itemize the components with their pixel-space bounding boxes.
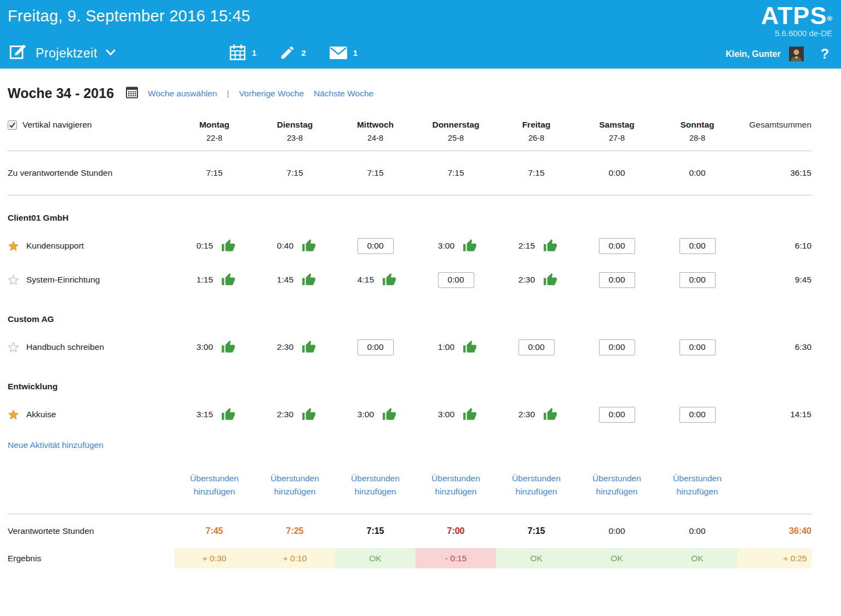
vertical-nav-checkbox[interactable] — [8, 120, 17, 130]
time-cell: 2:30 — [255, 407, 335, 422]
thumbs-up-icon[interactable] — [221, 273, 235, 287]
module-selector[interactable]: Projektzeit — [9, 43, 116, 64]
time-input[interactable] — [358, 339, 394, 355]
favorite-star-icon[interactable] — [8, 240, 19, 252]
time-value: 2:15 — [515, 241, 535, 251]
actual-value: 0:00 — [577, 526, 657, 536]
result-value: + 0:30 — [174, 548, 255, 568]
current-datetime: Freitag, 9. September 2016 15:45 — [8, 7, 250, 25]
time-value: 2:30 — [515, 410, 535, 419]
overtime-line1: Überstunden — [673, 474, 722, 483]
thumbs-up-icon[interactable] — [543, 407, 557, 422]
time-cell — [577, 339, 657, 355]
thumbs-up-icon[interactable] — [302, 273, 316, 287]
thumbs-up-icon[interactable] — [382, 407, 396, 422]
add-overtime-link[interactable]: Überstundenhinzufügen — [351, 472, 400, 498]
day-name: Samstag — [577, 120, 657, 130]
actual-total: 36:40 — [738, 526, 811, 536]
thumbs-up-icon[interactable] — [302, 239, 316, 253]
time-value: 3:00 — [193, 342, 213, 352]
add-overtime-link[interactable]: Überstundenhinzufügen — [673, 472, 722, 498]
vertical-nav-toggle: Vertikal navigieren — [8, 120, 174, 130]
time-input[interactable] — [599, 238, 635, 254]
time-cell — [335, 339, 416, 355]
pencil-icon — [279, 44, 296, 61]
overtime-cell: Überstundenhinzufügen — [174, 472, 255, 498]
thumbs-up-icon[interactable] — [463, 340, 477, 354]
thumbs-up-icon[interactable] — [543, 273, 557, 287]
add-overtime-link[interactable]: Überstundenhinzufügen — [190, 472, 239, 498]
thumbs-up-icon[interactable] — [543, 239, 557, 253]
activity-total: 14:15 — [738, 410, 811, 419]
day-name: Freitag — [496, 120, 577, 130]
time-input[interactable] — [438, 272, 474, 288]
brand-block: ATPS® 5.6.6000 de-DE — [761, 2, 832, 38]
time-cell: 3:15 — [174, 407, 255, 422]
add-overtime-link[interactable]: Überstundenhinzufügen — [431, 472, 480, 498]
overtime-line2: hinzufügen — [677, 487, 718, 496]
time-input[interactable] — [679, 272, 716, 288]
calendar-badge-count: 1 — [252, 48, 256, 57]
separator — [8, 195, 811, 195]
time-value: 1:45 — [274, 275, 293, 285]
thumbs-up-icon[interactable] — [463, 407, 477, 422]
activity-row: Kundensupport 0:15 0:40 3:00 2:15 6:10 — [8, 229, 811, 263]
target-value: 7:15 — [496, 168, 577, 178]
overtime-row: Überstundenhinzufügen Überstundenhinzufü… — [8, 472, 811, 498]
time-cell: 2:30 — [496, 273, 577, 287]
time-input[interactable] — [679, 238, 716, 254]
select-week-link[interactable]: Woche auswählen — [148, 89, 217, 99]
day-date: 28-8 — [657, 134, 738, 142]
time-input[interactable] — [599, 407, 635, 423]
help-button[interactable]: ? — [821, 46, 829, 62]
thumbs-up-icon[interactable] — [221, 407, 235, 422]
day-name: Dienstag — [255, 120, 335, 130]
favorite-star-icon[interactable] — [8, 274, 19, 286]
user-avatar[interactable] — [789, 47, 804, 61]
time-input[interactable] — [519, 339, 555, 355]
overtime-cell: Überstundenhinzufügen — [577, 472, 657, 498]
time-cell — [416, 272, 496, 288]
time-input[interactable] — [679, 339, 716, 355]
project-group-header: Client01 GmbH — [8, 207, 841, 229]
thumbs-up-icon[interactable] — [463, 239, 477, 253]
time-cell: 3:00 — [174, 340, 255, 354]
add-overtime-link[interactable]: Überstundenhinzufügen — [512, 472, 561, 498]
thumbs-up-icon[interactable] — [302, 340, 316, 354]
time-cell: 2:30 — [496, 407, 577, 422]
time-cell — [577, 238, 657, 254]
calendar-badge[interactable]: 1 — [229, 44, 256, 61]
overtime-cell: Überstundenhinzufügen — [657, 472, 738, 498]
user-name[interactable]: Klein, Gunter — [725, 49, 780, 59]
mail-badge[interactable]: 1 — [329, 46, 358, 60]
time-cell: 4:15 — [335, 273, 416, 287]
target-value: 0:00 — [577, 168, 657, 178]
time-cell — [577, 272, 657, 288]
thumbs-up-icon[interactable] — [221, 340, 235, 354]
edits-badge[interactable]: 2 — [279, 44, 306, 61]
thumbs-up-icon[interactable] — [382, 273, 396, 287]
project-group-header: Entwicklung — [8, 376, 841, 398]
add-activity-link[interactable]: Neue Aktivität hinzufügen — [8, 440, 103, 450]
target-value: 7:15 — [255, 168, 335, 178]
favorite-star-icon[interactable] — [8, 409, 19, 421]
time-input[interactable] — [599, 272, 635, 288]
thumbs-up-icon[interactable] — [221, 239, 235, 253]
day-header: Montag22-8 — [174, 120, 255, 142]
overtime-line1: Überstunden — [512, 474, 561, 483]
day-name: Montag — [174, 120, 255, 130]
time-input[interactable] — [679, 407, 716, 423]
day-date: 22-8 — [174, 134, 255, 142]
next-week-link[interactable]: Nächste Woche — [314, 89, 373, 99]
week-picker-icon[interactable] — [126, 87, 138, 101]
add-overtime-link[interactable]: Überstundenhinzufügen — [270, 472, 319, 498]
thumbs-up-icon[interactable] — [302, 407, 316, 422]
time-input[interactable] — [599, 339, 635, 355]
activity-label: System-Einrichtung — [8, 274, 174, 286]
time-input[interactable] — [358, 238, 394, 254]
time-value: 3:00 — [354, 410, 374, 419]
favorite-star-icon[interactable] — [8, 342, 19, 353]
previous-week-link[interactable]: Vorherige Woche — [239, 89, 304, 99]
add-overtime-link[interactable]: Überstundenhinzufügen — [592, 472, 641, 498]
actual-value: 7:15 — [496, 526, 577, 536]
